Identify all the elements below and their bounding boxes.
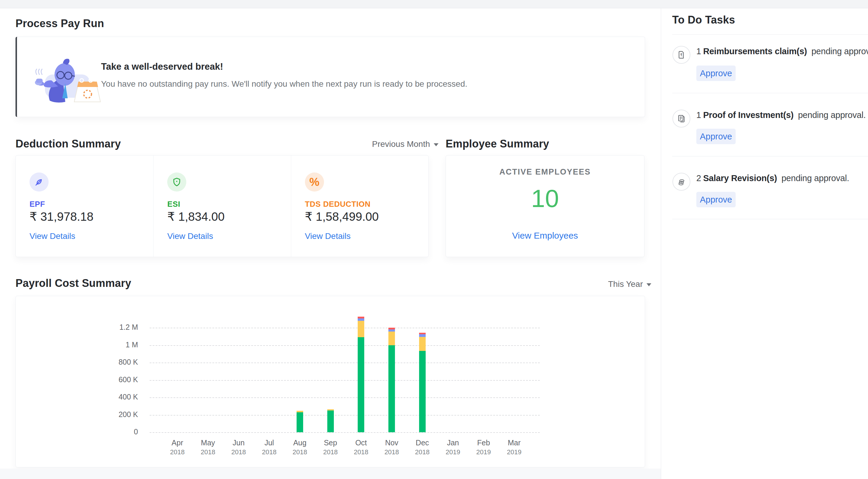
pay-run-card: Take a well-deserved break! You have no …: [16, 37, 645, 117]
todo-rest: pending approval.: [811, 46, 868, 56]
employee-summary-card: ACTIVE EMPLOYEES 10 View Employees: [445, 155, 645, 257]
bar-segment-green: [327, 411, 334, 432]
page-bottom-strip: [0, 469, 661, 479]
bar-segment-blue: [389, 329, 395, 331]
bar-dec-2018[interactable]: [419, 333, 426, 432]
deduction-summary-title: Deduction Summary: [16, 138, 121, 150]
svg-text:₹: ₹: [680, 53, 682, 57]
sidebar-divider: [661, 8, 661, 479]
bar-oct-2018[interactable]: [358, 317, 364, 432]
todo-item-text: 1Proof of Investment(s) pending approval…: [696, 110, 868, 120]
process-pay-run-title: Process Pay Run: [16, 17, 104, 30]
deduction-label: ESI: [167, 199, 180, 209]
deduction-value: ₹ 1,58,499.00: [305, 210, 379, 223]
deduction-label: EPF: [30, 199, 45, 209]
todo-count: 1: [696, 46, 701, 56]
rupee-document-icon: ₹: [673, 46, 690, 64]
y-axis-tick: 1 M: [102, 341, 138, 349]
todo-count: 1: [696, 110, 701, 120]
x-axis-tick-month: Mar: [496, 439, 532, 447]
bar-segment-green: [389, 345, 395, 433]
documents-icon: [673, 109, 690, 127]
todo-subject: Proof of Investment(s): [703, 110, 794, 120]
todo-count: 2: [696, 173, 701, 183]
bar-nov-2018[interactable]: [389, 328, 395, 432]
todo-item-text: 1Reimbursements claim(s) pending approva…: [696, 46, 868, 56]
break-message: You have no outstanding pay runs. We'll …: [101, 79, 467, 89]
deduction-label: TDS DEDUCTION: [305, 199, 371, 209]
payroll-cost-chart-card: 1.2 M1 M800 K600 K400 K200 K0Apr2018May2…: [16, 296, 645, 468]
todo-subject: Salary Revision(s): [703, 173, 777, 183]
deduction-summary-card: EPF ₹ 31,978.18 View Details ESI ₹ 1,834…: [16, 155, 429, 257]
payroll-cost-stacked-bar-chart: 1.2 M1 M800 K600 K400 K200 K0Apr2018May2…: [16, 296, 645, 468]
view-employees-link[interactable]: View Employees: [446, 230, 644, 241]
payroll-period-selector[interactable]: This Year: [608, 280, 651, 289]
y-axis-tick: 800 K: [102, 358, 138, 366]
deduction-value: ₹ 1,834.00: [167, 210, 224, 223]
view-details-link[interactable]: View Details: [167, 231, 213, 241]
coins-stack-icon: [673, 173, 690, 191]
top-header-strip: [0, 0, 868, 8]
gridline: [150, 362, 540, 363]
bar-segment-green: [419, 351, 426, 432]
divider: [672, 34, 868, 35]
y-axis-tick: 200 K: [102, 410, 138, 419]
todo-rest: pending approval.: [781, 173, 849, 183]
gridline: [150, 328, 540, 328]
deduction-item-esi: ESI ₹ 1,834.00 View Details: [153, 156, 290, 257]
view-details-link[interactable]: View Details: [30, 231, 75, 241]
gridline: [150, 345, 540, 346]
chevron-down-icon: [434, 143, 438, 146]
leaf-icon: [30, 172, 49, 192]
active-employees-label: ACTIVE EMPLOYEES: [446, 167, 644, 177]
deduction-item-tds: % TDS DEDUCTION ₹ 1,58,499.00 View Detai…: [291, 156, 428, 257]
y-axis-tick: 0: [102, 427, 138, 436]
x-axis-tick-year: 2019: [496, 448, 532, 456]
approve-button[interactable]: Approve: [696, 192, 736, 207]
break-illustration-icon: [30, 51, 101, 105]
payroll-dashboard: Process Pay Run Take a well-deserv: [0, 0, 868, 479]
chevron-down-icon: [647, 283, 651, 286]
gridline: [150, 380, 540, 381]
percent-icon: %: [305, 172, 324, 192]
employee-summary-title: Employee Summary: [445, 138, 549, 150]
view-details-link[interactable]: View Details: [305, 231, 351, 241]
divider: [672, 219, 868, 219]
todo-tasks-title: To Do Tasks: [672, 14, 735, 26]
break-heading: Take a well-deserved break!: [101, 61, 223, 72]
bar-aug-2018[interactable]: [297, 411, 303, 432]
bar-segment-yellow: [419, 337, 426, 351]
active-employees-count: 10: [446, 184, 644, 213]
deduction-period-label: Previous Month: [372, 139, 430, 149]
y-axis-tick: 400 K: [102, 393, 138, 401]
bar-segment-green: [297, 412, 303, 432]
y-axis-tick: 600 K: [102, 375, 138, 384]
y-axis-tick: 1.2 M: [102, 323, 138, 331]
bar-segment-blue: [419, 334, 426, 337]
deduction-period-selector[interactable]: Previous Month: [372, 139, 438, 149]
approve-button[interactable]: Approve: [696, 129, 736, 144]
deduction-value: ₹ 31,978.18: [30, 210, 94, 223]
bar-segment-blue: [358, 318, 364, 321]
approve-button[interactable]: Approve: [696, 66, 736, 81]
bar-segment-yellow: [389, 331, 395, 345]
payroll-period-label: This Year: [608, 280, 643, 289]
todo-item-text: 2Salary Revision(s) pending approval.: [696, 173, 851, 183]
bar-segment-green: [358, 337, 364, 432]
payroll-cost-summary-title: Payroll Cost Summary: [16, 277, 131, 290]
todo-subject: Reimbursements claim(s): [703, 46, 807, 56]
gridline: [150, 415, 540, 416]
bar-sep-2018[interactable]: [327, 409, 334, 433]
gridline: [150, 397, 540, 398]
deduction-item-epf: EPF ₹ 31,978.18 View Details: [16, 156, 153, 257]
divider: [672, 93, 868, 93]
todo-rest: pending approval.: [798, 110, 866, 120]
gridline: [150, 432, 540, 433]
shield-icon: [167, 172, 186, 192]
bar-segment-yellow: [358, 321, 364, 338]
divider: [672, 156, 868, 156]
